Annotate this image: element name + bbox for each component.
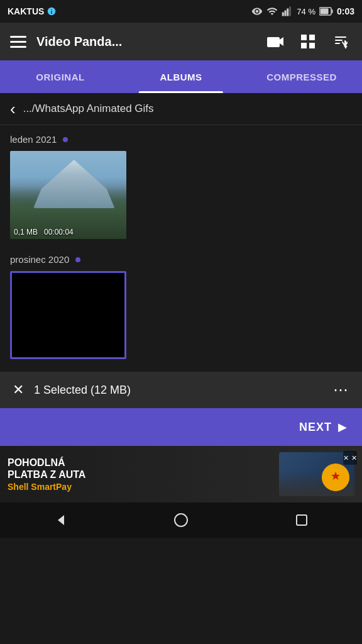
video-thumb-black[interactable] bbox=[10, 271, 126, 359]
section-label-prosinec: prosinec 2020 bbox=[10, 254, 69, 265]
selection-count: 1 Selected (12 MB) bbox=[34, 384, 333, 397]
svg-marker-10 bbox=[280, 37, 283, 46]
nav-recent-button[interactable] bbox=[283, 508, 321, 533]
grid-button[interactable] bbox=[297, 30, 319, 53]
tab-bar: ORIGINAL ALBUMS COMPRESSED bbox=[0, 60, 362, 93]
video-grid-prosinec bbox=[0, 271, 362, 365]
camera-button[interactable] bbox=[264, 30, 287, 53]
nav-back-icon bbox=[53, 513, 68, 528]
signal-icon bbox=[282, 6, 293, 17]
video-thumb-snow[interactable]: 0,1 MB 00:00:04 bbox=[10, 151, 126, 239]
status-icons: 74 % 0:03 bbox=[251, 6, 354, 17]
battery-icon bbox=[319, 7, 333, 16]
section-label-leden: leden 2021 bbox=[10, 134, 57, 145]
back-button[interactable]: ‹ bbox=[10, 101, 16, 117]
svg-rect-14 bbox=[309, 43, 315, 48]
ad-subtitle: Shell SmartPay bbox=[8, 482, 272, 492]
svg-rect-2 bbox=[282, 13, 284, 16]
next-arrow-icon: ▶ bbox=[338, 420, 347, 434]
video-size-leden: 0,1 MB bbox=[14, 228, 38, 236]
breadcrumb: ‹ .../WhatsApp Animated Gifs bbox=[0, 93, 362, 125]
ad-title: POHODLNÁPLATBA Z AUTA bbox=[8, 457, 272, 480]
time-label: 0:03 bbox=[337, 6, 354, 16]
svg-rect-4 bbox=[287, 9, 289, 16]
svg-marker-16 bbox=[58, 515, 64, 525]
nav-home-icon bbox=[173, 513, 189, 528]
video-info-leden: 0,1 MB 00:00:04 bbox=[14, 228, 74, 236]
next-label: NEXT bbox=[299, 421, 332, 434]
ad-content: POHODLNÁPLATBA Z AUTA Shell SmartPay ✕ ✕ bbox=[0, 446, 362, 502]
content-area: leden 2021 0,1 MB 00:00:04 prosinec 2020 bbox=[0, 125, 362, 365]
sort-icon bbox=[334, 35, 348, 48]
battery-percent: 74 % bbox=[297, 7, 315, 16]
breadcrumb-path: .../WhatsApp Animated Gifs bbox=[23, 103, 154, 115]
svg-rect-18 bbox=[297, 515, 307, 525]
svg-rect-3 bbox=[285, 11, 287, 16]
svg-rect-11 bbox=[301, 35, 307, 40]
video-grid-leden: 0,1 MB 00:00:04 bbox=[0, 151, 362, 245]
svg-text:i: i bbox=[51, 9, 53, 15]
ad-text-block: POHODLNÁPLATBA Z AUTA Shell SmartPay bbox=[8, 457, 272, 492]
tab-albums[interactable]: ALBUMS bbox=[121, 60, 241, 93]
deselect-button[interactable]: ✕ bbox=[13, 382, 24, 398]
section-header-leden: leden 2021 bbox=[0, 125, 362, 151]
nav-bar bbox=[0, 502, 362, 538]
nav-home-button[interactable] bbox=[162, 508, 200, 533]
section-dot-prosinec bbox=[75, 257, 80, 262]
svg-rect-9 bbox=[267, 37, 280, 47]
svg-rect-8 bbox=[320, 9, 328, 14]
eye-icon bbox=[251, 6, 263, 17]
svg-rect-7 bbox=[331, 9, 332, 13]
ad-close-button[interactable]: ✕ ✕ bbox=[343, 451, 357, 465]
carrier-label: KAKTUS i bbox=[8, 6, 57, 16]
tab-original[interactable]: ORIGINAL bbox=[0, 60, 121, 93]
section-header-prosinec: prosinec 2020 bbox=[0, 245, 362, 271]
app-title: Video Panda... bbox=[36, 35, 254, 49]
selection-bar: ✕ 1 Selected (12 MB) ⋯ bbox=[0, 372, 362, 408]
wifi-icon bbox=[266, 6, 278, 17]
svg-rect-12 bbox=[309, 35, 315, 40]
carrier-text: KAKTUS bbox=[8, 6, 44, 16]
sort-button[interactable] bbox=[329, 30, 352, 53]
shell-icon bbox=[326, 468, 345, 487]
grid-icon bbox=[301, 35, 315, 48]
svg-rect-13 bbox=[301, 43, 307, 48]
svg-rect-5 bbox=[289, 7, 291, 16]
tab-compressed[interactable]: COMPRESSED bbox=[241, 60, 362, 93]
nav-recent-icon bbox=[294, 513, 309, 528]
shell-logo bbox=[322, 464, 349, 491]
more-options-button[interactable]: ⋯ bbox=[333, 381, 349, 399]
nav-back-button[interactable] bbox=[41, 508, 79, 533]
status-bar: KAKTUS i 74 % 0:03 bbox=[0, 0, 362, 23]
menu-button[interactable] bbox=[10, 36, 26, 48]
section-dot-leden bbox=[63, 137, 68, 142]
notification-dot-icon: i bbox=[47, 6, 57, 16]
video-duration-leden: 00:00:04 bbox=[44, 228, 74, 236]
camera-icon bbox=[267, 35, 283, 48]
ad-banner[interactable]: POHODLNÁPLATBA Z AUTA Shell SmartPay ✕ ✕ bbox=[0, 446, 362, 502]
next-bar: NEXT ▶ bbox=[0, 408, 362, 446]
svg-point-17 bbox=[175, 514, 187, 526]
app-header: Video Panda... bbox=[0, 23, 362, 60]
snow-scene bbox=[10, 151, 126, 239]
